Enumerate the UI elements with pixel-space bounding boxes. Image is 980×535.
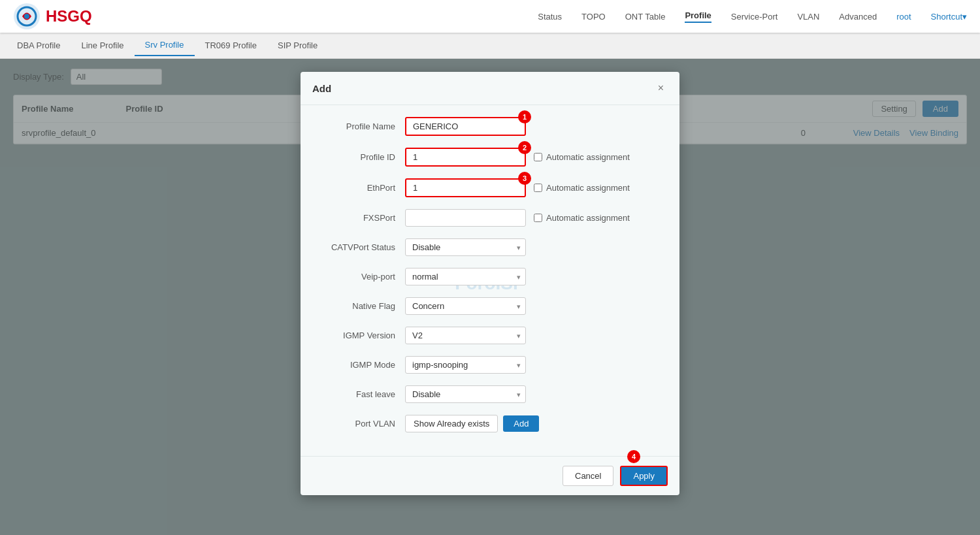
tab-tr069-profile[interactable]: TR069 Profile: [195, 35, 267, 56]
catvport-label: CATVPort Status: [320, 242, 405, 252]
igmp-version-row: IGMP Version V2 V3: [320, 327, 660, 344]
fxsport-auto-label: Automatic assignment: [534, 213, 630, 223]
profile-id-auto-label: Automatic assignment: [534, 152, 630, 162]
port-vlan-row: Port VLAN Show Already exists Add: [320, 415, 660, 432]
profile-name-row: Profile Name 1: [320, 117, 660, 136]
veipport-label: Veip-port: [320, 272, 405, 282]
igmp-mode-label: IGMP Mode: [320, 360, 405, 370]
native-flag-select[interactable]: Concern: [405, 297, 526, 315]
ethport-row: EthPort 3 Automatic assignment: [320, 178, 660, 197]
cancel-button[interactable]: Cancel: [563, 466, 613, 486]
tab-sip-profile[interactable]: SIP Profile: [267, 35, 328, 56]
veipport-row: Veip-port normal: [320, 268, 660, 285]
fxsport-input[interactable]: [405, 209, 526, 227]
add-vlan-button[interactable]: Add: [503, 415, 539, 432]
modal-body: ForoISP Profile Name 1 Profile ID 2: [301, 105, 679, 456]
profile-id-input[interactable]: [405, 148, 526, 167]
nav-profile[interactable]: Profile: [685, 10, 711, 23]
profile-id-input-wrapper: 2: [405, 148, 526, 167]
nav-advanced[interactable]: Advanced: [839, 12, 877, 22]
fxsport-auto-checkbox[interactable]: [534, 214, 542, 222]
content-area: Display Type: All Profile Name Profile I…: [0, 59, 980, 535]
step-3-badge: 3: [518, 172, 531, 185]
logo-area: HSGQ: [13, 3, 92, 30]
add-modal: Add × ForoISP Profile Name 1 Profile I: [301, 72, 679, 495]
logo-icon: [13, 3, 41, 30]
sub-tabs: DBA Profile Line Profile Srv Profile TR0…: [0, 33, 980, 59]
fxsport-label: FXSPort: [320, 213, 405, 223]
step-2-badge: 2: [518, 141, 531, 154]
veipport-select[interactable]: normal: [405, 268, 526, 285]
igmp-version-label: IGMP Version: [320, 331, 405, 340]
ethport-auto-checkbox[interactable]: [534, 184, 542, 192]
profile-id-row: Profile ID 2 Automatic assignment: [320, 148, 660, 167]
port-vlan-controls: Show Already exists Add: [405, 415, 539, 432]
ethport-label: EthPort: [320, 183, 405, 193]
profile-name-input[interactable]: [405, 117, 526, 136]
native-flag-select-wrapper: Concern: [405, 297, 526, 315]
ethport-auto-label: Automatic assignment: [534, 183, 630, 193]
port-vlan-label: Port VLAN: [320, 419, 405, 429]
top-navigation: HSGQ Status TOPO ONT Table Profile Servi…: [0, 0, 980, 33]
catvport-select-wrapper: Disable Enable: [405, 238, 526, 256]
igmp-mode-row: IGMP Mode igmp-snooping igmp-proxy: [320, 356, 660, 374]
native-flag-label: Native Flag: [320, 301, 405, 311]
nav-ont-table[interactable]: ONT Table: [625, 12, 666, 22]
igmp-mode-select-wrapper: igmp-snooping igmp-proxy: [405, 356, 526, 374]
nav-topo[interactable]: TOPO: [581, 12, 606, 22]
modal-overlay: Add × ForoISP Profile Name 1 Profile I: [0, 59, 980, 535]
igmp-mode-select[interactable]: igmp-snooping igmp-proxy: [405, 356, 526, 374]
tab-line-profile[interactable]: Line Profile: [71, 35, 134, 56]
profile-name-label: Profile Name: [320, 122, 405, 131]
modal-title: Add: [312, 83, 331, 94]
fast-leave-select-wrapper: Disable Enable: [405, 385, 526, 403]
profile-id-label: Profile ID: [320, 152, 405, 162]
ethport-input-wrapper: 3: [405, 178, 526, 197]
step-1-badge: 1: [518, 110, 531, 123]
svg-point-2: [24, 14, 29, 19]
nav-status[interactable]: Status: [538, 12, 562, 22]
fxsport-row: FXSPort Automatic assignment: [320, 209, 660, 227]
igmp-version-select[interactable]: V2 V3: [405, 327, 526, 344]
catvport-row: CATVPort Status Disable Enable: [320, 238, 660, 256]
fast-leave-label: Fast leave: [320, 389, 405, 399]
apply-button[interactable]: Apply: [620, 466, 668, 486]
catvport-select[interactable]: Disable Enable: [405, 238, 526, 256]
fast-leave-select[interactable]: Disable Enable: [405, 385, 526, 403]
nav-links: Status TOPO ONT Table Profile Service-Po…: [538, 10, 967, 23]
ethport-input[interactable]: [405, 178, 526, 197]
profile-id-auto-checkbox[interactable]: [534, 153, 542, 161]
show-exists-button[interactable]: Show Already exists: [405, 415, 498, 432]
modal-footer: 4 Cancel Apply: [301, 456, 679, 495]
native-flag-row: Native Flag Concern: [320, 297, 660, 315]
nav-shortcut[interactable]: Shortcut▾: [931, 12, 967, 22]
modal-close-button[interactable]: ×: [654, 81, 668, 95]
profile-name-input-wrapper: 1: [405, 117, 526, 136]
modal-header: Add ×: [301, 72, 679, 105]
tab-dba-profile[interactable]: DBA Profile: [7, 35, 71, 56]
igmp-version-select-wrapper: V2 V3: [405, 327, 526, 344]
veipport-select-wrapper: normal: [405, 268, 526, 285]
step-4-badge: 4: [627, 450, 640, 463]
fast-leave-row: Fast leave Disable Enable: [320, 385, 660, 403]
nav-vlan[interactable]: VLAN: [797, 12, 819, 22]
logo-text: HSGQ: [46, 7, 92, 25]
tab-srv-profile[interactable]: Srv Profile: [135, 35, 195, 56]
nav-service-port[interactable]: Service-Port: [731, 12, 778, 22]
nav-root[interactable]: root: [896, 12, 911, 22]
